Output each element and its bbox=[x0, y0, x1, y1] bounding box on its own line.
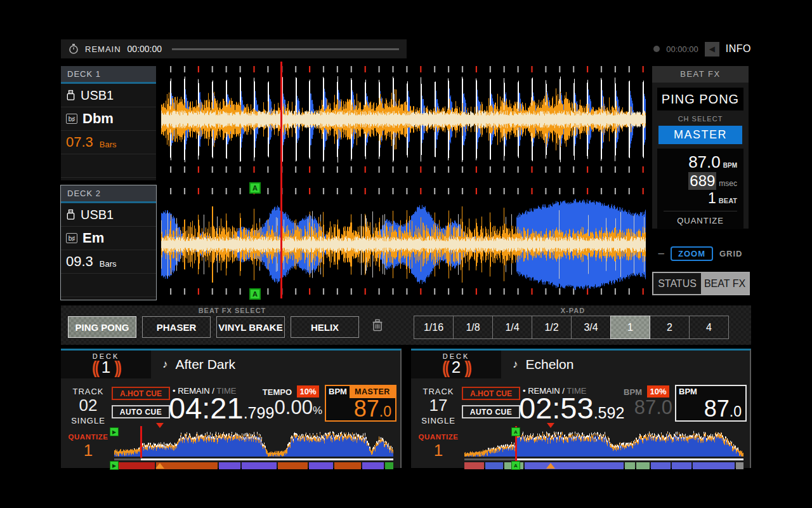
fx-msec-value[interactable]: 689 bbox=[688, 172, 716, 190]
remain-time: 00:00:00 bbox=[128, 44, 162, 54]
phrase-segment bbox=[362, 462, 384, 469]
bpm-box: BPM 87.0 bbox=[675, 385, 747, 422]
bpm-label: BPM bbox=[326, 386, 350, 398]
channel-select-button[interactable]: MASTER bbox=[658, 126, 742, 144]
key-icon: b♯ bbox=[66, 233, 77, 243]
deck2-number-box[interactable]: DECK ((2)) bbox=[411, 351, 501, 378]
deck1-track-title[interactable]: ♪After Dark bbox=[162, 351, 235, 378]
beat-fx-title: BEAT FX bbox=[652, 66, 749, 83]
back-arrow-icon: ◀ bbox=[709, 44, 715, 53]
deck1-cue-a-badge[interactable]: A bbox=[249, 182, 261, 194]
xpad-cell-4[interactable]: 4 bbox=[689, 316, 729, 339]
recording-time: 00:00:00 bbox=[666, 44, 698, 54]
hot-cue-button[interactable]: A.HOT CUE bbox=[112, 387, 170, 400]
deck2-overview-waveform[interactable] bbox=[464, 429, 743, 457]
back-arrow-button[interactable]: ◀ bbox=[705, 42, 719, 57]
deck2-cue-a-badge[interactable]: A bbox=[249, 288, 261, 300]
trash-icon[interactable] bbox=[372, 319, 383, 331]
tab-status[interactable]: STATUS bbox=[653, 273, 701, 294]
beat-fx-values: 87.0BPM 689msec 1BEAT QUANTIZE bbox=[657, 149, 743, 229]
tempo-label: BPM bbox=[601, 387, 642, 397]
view-tabs: STATUS BEAT FX bbox=[652, 272, 750, 295]
beat-row: 1BEAT bbox=[664, 190, 737, 207]
fx-name-display[interactable]: PING PONG bbox=[657, 88, 743, 110]
zoom-button[interactable]: ZOOM bbox=[671, 246, 713, 261]
music-note-icon: ♪ bbox=[513, 358, 518, 371]
phrase-segment bbox=[385, 462, 393, 469]
fx-button-phaser[interactable]: PHASER bbox=[142, 316, 211, 338]
deck2-waveform[interactable] bbox=[159, 184, 648, 302]
deck-number: 2 bbox=[452, 358, 461, 377]
xpad-cell-2[interactable]: 2 bbox=[650, 316, 690, 339]
deck2-track-title[interactable]: ♪Echelon bbox=[513, 351, 573, 378]
xpad-cell-3-4[interactable]: 3/4 bbox=[571, 316, 611, 339]
xpad-cell-1-2[interactable]: 1/2 bbox=[532, 316, 572, 339]
fx-button-ping-pong[interactable]: PING PONG bbox=[68, 316, 136, 338]
ch-select-label: CH SELECT bbox=[652, 115, 749, 123]
deck1-number-box[interactable]: DECK ((1)) bbox=[61, 351, 151, 378]
phrase-segment bbox=[693, 462, 735, 469]
usb-icon bbox=[66, 209, 75, 220]
fx-strip: BEAT FX SELECT PING PONGPHASERVINYL BRAK… bbox=[61, 305, 751, 345]
info-bar: 00:00:00 ◀ INFO bbox=[634, 39, 751, 58]
xpad-cell-1[interactable]: 1 bbox=[610, 316, 650, 339]
quantize-button[interactable]: QUANTIZE bbox=[664, 211, 737, 229]
phrase-cue-marker[interactable]: A bbox=[511, 461, 520, 470]
zoom-minus-button[interactable]: – bbox=[658, 247, 664, 260]
deck1-key-value: Dbm bbox=[82, 110, 114, 127]
fx-select-buttons: PING PONGPHASERVINYL BRAKEHELIX bbox=[68, 316, 359, 338]
xpad-cell-1-4[interactable]: 1/4 bbox=[492, 316, 532, 339]
overview-cue-marker[interactable]: ▶ bbox=[110, 427, 119, 436]
deck2-bars-unit: Bars bbox=[100, 259, 117, 269]
auto-cue-button[interactable]: AUTO CUE bbox=[462, 405, 520, 418]
track-progress-bar[interactable] bbox=[172, 48, 399, 50]
info-label[interactable]: INFO bbox=[726, 43, 751, 55]
phrase-segment bbox=[485, 462, 503, 469]
grid-button[interactable]: GRID bbox=[719, 249, 743, 258]
phrase-bar[interactable] bbox=[464, 462, 743, 469]
phrase-segment bbox=[309, 462, 333, 469]
phrase-cue-marker[interactable]: ▶ bbox=[110, 461, 119, 470]
deck1-overview-waveform[interactable] bbox=[114, 429, 393, 457]
phrase-segment bbox=[334, 462, 361, 469]
overview-cue-marker[interactable]: A bbox=[511, 427, 520, 436]
hot-cue-button[interactable]: A.HOT CUE bbox=[462, 387, 520, 400]
xpad-cell-1-16[interactable]: 1/16 bbox=[414, 316, 454, 339]
deck2-bars-value: 09.3 bbox=[66, 253, 93, 270]
remain-mode-label: REMAIN bbox=[85, 44, 121, 54]
bpm-decimal: .0 bbox=[379, 403, 391, 420]
fx-bpm-unit: BPM bbox=[723, 162, 737, 169]
player-deck2: DECK ((2)) ♪Echelon TRACK 17 SINGLE QUAN… bbox=[411, 349, 751, 468]
bpm-box: BPMMASTER 87.0 bbox=[325, 385, 396, 422]
deck1-waveform[interactable] bbox=[159, 61, 648, 184]
deck2-empty-row bbox=[61, 274, 156, 297]
x-pad-row: 1/161/81/41/23/4124 bbox=[414, 316, 729, 339]
xpad-cell-1-8[interactable]: 1/8 bbox=[453, 316, 493, 339]
deck1-source-row: USB1 bbox=[61, 84, 156, 107]
deck2-key-value: Em bbox=[82, 230, 104, 246]
remain-bar: REMAIN 00:00:00 bbox=[61, 39, 407, 58]
phrase-segment bbox=[672, 462, 691, 469]
time-minutes-seconds: 04:21 bbox=[169, 391, 244, 425]
tempo-value: 87.0 bbox=[589, 396, 672, 419]
fx-button-helix[interactable]: HELIX bbox=[291, 316, 359, 338]
cue-position-triangle bbox=[156, 423, 164, 428]
cdj-screen: REMAIN 00:00:00 00:00:00 ◀ INFO DECK 1 U… bbox=[0, 0, 812, 508]
fx-beat-unit: BEAT bbox=[719, 197, 737, 204]
auto-cue-button[interactable]: AUTO CUE bbox=[112, 405, 170, 418]
bpm-integer: 87 bbox=[704, 398, 730, 420]
deck1-key-row: b♯ Dbm bbox=[61, 107, 156, 131]
phrase-segment bbox=[651, 462, 671, 469]
tempo-number: 87.0 bbox=[634, 396, 672, 419]
deck1-source-panel[interactable]: DECK 1 USB1 b♯ Dbm 07.3 Bars bbox=[61, 66, 156, 180]
track-label: TRACK bbox=[411, 387, 466, 396]
fx-button-vinyl-brake[interactable]: VINYL BRAKE bbox=[216, 316, 285, 338]
deck2-source-panel[interactable]: DECK 2 USB1 b♯ Em 09.3 Bars bbox=[61, 185, 156, 300]
tab-beat-fx[interactable]: BEAT FX bbox=[701, 273, 749, 294]
deck-paren-left: (( bbox=[92, 359, 98, 377]
beat-fx-select-label: BEAT FX SELECT bbox=[169, 307, 296, 314]
cue-letter: A bbox=[252, 290, 258, 298]
quantize-label: QUANTIZE bbox=[61, 433, 115, 441]
deck1-empty-row bbox=[61, 154, 156, 178]
cue-position-triangle bbox=[547, 423, 554, 428]
